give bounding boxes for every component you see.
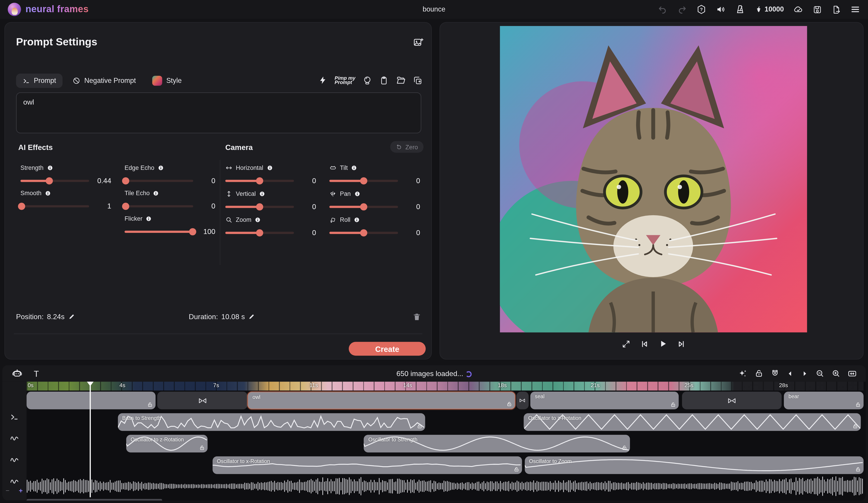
slider-thumb[interactable] xyxy=(256,229,264,236)
lock-open-icon[interactable] xyxy=(514,466,519,472)
tab-prompt[interactable]: Prompt xyxy=(16,74,63,88)
edit-pencil-icon[interactable] xyxy=(248,313,256,320)
volume-icon[interactable] xyxy=(716,4,726,14)
skip-to-end-icon[interactable] xyxy=(677,339,685,348)
info-icon[interactable] xyxy=(45,190,51,196)
frame-filmstrip[interactable]: 0s 4s 7s 11s 14s 18s 21s 25s 28s xyxy=(27,382,864,390)
tilt-slider[interactable] xyxy=(329,180,398,182)
tile-echo-slider[interactable] xyxy=(125,205,193,207)
timeline-scrollbar[interactable] xyxy=(27,499,162,501)
camera-zoom-slider[interactable] xyxy=(225,231,294,234)
info-icon[interactable] xyxy=(158,165,164,171)
lock-open-icon[interactable] xyxy=(855,466,861,472)
duplicate-plus-icon[interactable] xyxy=(413,75,423,85)
info-icon[interactable] xyxy=(267,165,272,171)
sparkles-icon[interactable] xyxy=(738,369,747,378)
add-track-button[interactable]: + xyxy=(19,488,23,493)
cloud-sync-icon[interactable] xyxy=(793,4,803,14)
prompt-clip-owl[interactable]: owl xyxy=(248,392,515,409)
prompt-clip[interactable] xyxy=(27,392,156,409)
help-icon[interactable] xyxy=(696,4,706,14)
pimp-my-prompt-button[interactable]: Pimp my Prompt xyxy=(334,75,355,85)
roll-slider[interactable] xyxy=(329,231,398,234)
edge-echo-slider[interactable] xyxy=(125,180,193,182)
info-icon[interactable] xyxy=(354,217,360,223)
info-icon[interactable] xyxy=(255,217,261,223)
clipboard-icon[interactable] xyxy=(379,75,389,85)
automation-clip-osc-xrotation[interactable]: Oscillator to x-Rotation xyxy=(213,456,522,474)
menu-icon[interactable] xyxy=(850,4,860,14)
lock-open-icon[interactable] xyxy=(147,401,153,408)
tab-negative-prompt[interactable]: Negative Prompt xyxy=(66,74,142,88)
lock-open-icon[interactable] xyxy=(755,369,763,378)
automation-clip-osc-zoom[interactable]: Oscillator to Zoom xyxy=(525,456,864,474)
folder-open-icon[interactable] xyxy=(396,75,406,85)
smooth-slider[interactable] xyxy=(21,205,89,207)
slider-thumb[interactable] xyxy=(122,202,130,210)
lock-open-icon[interactable] xyxy=(670,401,676,408)
step-forward-icon[interactable] xyxy=(801,370,808,377)
slider-thumb[interactable] xyxy=(122,177,130,184)
step-back-icon[interactable] xyxy=(787,370,794,377)
playhead[interactable] xyxy=(90,382,91,497)
automation-clip-osc-zrotation-2[interactable]: Oscillator to z-Rotation xyxy=(126,435,207,452)
slider-thumb[interactable] xyxy=(256,177,264,184)
automation-clip-osc-zrotation[interactable]: Oscillator to z-Rotation xyxy=(524,413,861,431)
crystal-ball-icon[interactable] xyxy=(363,75,372,85)
magnet-icon[interactable] xyxy=(771,369,779,378)
automation-track-icon[interactable] xyxy=(10,455,19,465)
logo[interactable]: neural frames xyxy=(8,3,89,16)
slider-thumb[interactable] xyxy=(360,229,367,236)
fit-width-icon[interactable] xyxy=(847,369,857,378)
automation-track-icon[interactable] xyxy=(10,477,19,486)
prompt-input[interactable]: owl xyxy=(16,92,421,133)
export-icon[interactable] xyxy=(831,5,841,14)
slider-thumb[interactable] xyxy=(18,202,25,210)
metronome-icon[interactable] xyxy=(735,4,745,14)
flicker-slider[interactable] xyxy=(125,230,193,233)
lock-open-icon[interactable] xyxy=(507,401,512,407)
tab-style[interactable]: Style xyxy=(146,73,188,89)
bolt-icon[interactable] xyxy=(319,76,327,85)
camera-zero-button[interactable]: Zero xyxy=(390,141,423,153)
lock-open-icon[interactable] xyxy=(199,445,205,451)
info-icon[interactable] xyxy=(354,191,360,197)
slider-thumb[interactable] xyxy=(360,203,367,210)
lock-open-icon[interactable] xyxy=(622,445,627,451)
lock-open-icon[interactable] xyxy=(416,423,422,429)
info-icon[interactable] xyxy=(351,165,357,171)
audio-track[interactable] xyxy=(27,476,864,497)
slider-thumb[interactable] xyxy=(46,177,53,184)
prompt-clip-bear[interactable]: bear xyxy=(784,392,864,409)
save-icon[interactable] xyxy=(813,5,822,14)
remove-track-button[interactable]: − xyxy=(6,488,9,493)
vertical-slider[interactable] xyxy=(225,206,294,208)
info-icon[interactable] xyxy=(146,216,152,222)
delete-trash-icon[interactable] xyxy=(412,313,421,322)
zoom-in-icon[interactable] xyxy=(831,369,840,378)
slider-thumb[interactable] xyxy=(360,177,367,184)
pan-slider[interactable] xyxy=(329,206,398,208)
play-icon[interactable] xyxy=(658,339,668,348)
expand-icon[interactable] xyxy=(621,339,630,348)
ai-assistant-robot-icon[interactable] xyxy=(11,368,23,379)
automation-clip-osc-strength[interactable]: Oscillator to Strength xyxy=(364,435,630,452)
info-icon[interactable] xyxy=(259,191,265,197)
credits-badge[interactable]: 10000 xyxy=(755,5,784,13)
undo-icon[interactable] xyxy=(658,4,668,14)
info-icon[interactable] xyxy=(47,165,53,171)
redo-icon[interactable] xyxy=(677,4,687,14)
automation-clip-bass-strength[interactable]: Bass to Strength xyxy=(118,413,425,431)
slider-thumb[interactable] xyxy=(189,228,196,235)
transition-clip[interactable] xyxy=(516,392,529,409)
lock-open-icon[interactable] xyxy=(855,401,861,408)
info-icon[interactable] xyxy=(153,190,159,196)
skip-to-start-icon[interactable] xyxy=(640,339,649,348)
image-add-icon[interactable] xyxy=(413,37,424,48)
automation-track-icon[interactable] xyxy=(10,434,19,443)
horizontal-slider[interactable] xyxy=(225,180,294,182)
prompt-track-icon[interactable] xyxy=(10,413,19,421)
zoom-out-icon[interactable] xyxy=(815,369,824,378)
slider-thumb[interactable] xyxy=(256,203,264,210)
strength-slider[interactable] xyxy=(21,180,89,182)
